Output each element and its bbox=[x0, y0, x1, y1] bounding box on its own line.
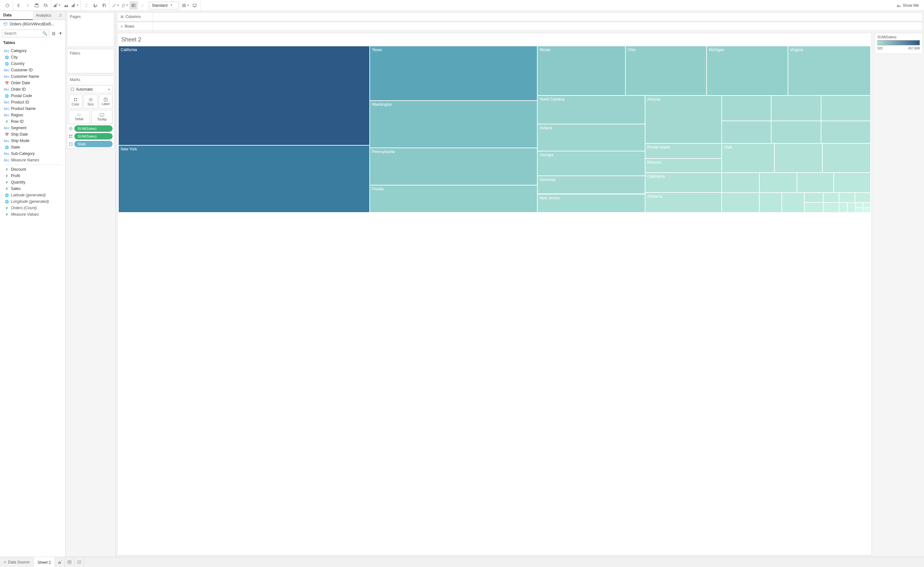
treemap-cell[interactable] bbox=[722, 121, 771, 143]
treemap-cell[interactable] bbox=[771, 96, 821, 120]
pages-shelf[interactable]: Pages bbox=[67, 12, 114, 47]
treemap-cell[interactable] bbox=[823, 202, 839, 213]
field-customer-name[interactable]: AbcCustomer Name bbox=[0, 73, 65, 80]
forward-icon[interactable] bbox=[24, 1, 32, 10]
treemap-chart[interactable]: CaliforniaNew YorkTexasWashingtonPennsyl… bbox=[118, 46, 871, 213]
treemap-cell-virginia[interactable]: Virginia bbox=[788, 46, 871, 96]
tableau-logo-icon[interactable] bbox=[3, 1, 12, 10]
treemap-cell[interactable] bbox=[804, 192, 823, 202]
tab-datasource[interactable]: ⌗ Data Source bbox=[0, 557, 34, 567]
save-icon[interactable] bbox=[33, 1, 41, 10]
mark-tooltip-button[interactable]: Tooltip bbox=[91, 110, 113, 124]
field-ship-mode[interactable]: AbcShip Mode bbox=[0, 138, 65, 144]
treemap-cell-kentucky[interactable]: Kentucky bbox=[537, 176, 645, 194]
field-sub-category[interactable]: AbcSub-Category bbox=[0, 150, 65, 157]
field-order-id[interactable]: AbcOrder ID bbox=[0, 86, 65, 93]
cards-icon[interactable]: ▼ bbox=[181, 1, 190, 10]
duplicate-sheet-icon[interactable] bbox=[62, 1, 70, 10]
mark-color-button[interactable]: Color bbox=[69, 94, 82, 109]
treemap-cell[interactable] bbox=[823, 192, 839, 202]
tab-sheet-2[interactable]: Sheet 2 bbox=[34, 557, 55, 567]
treemap-cell-arizona[interactable]: Arizona bbox=[645, 96, 722, 143]
field-state[interactable]: 🌐State bbox=[0, 144, 65, 150]
treemap-cell-pennsylvania[interactable]: Pennsylvania bbox=[370, 148, 537, 185]
field-orders-count-[interactable]: #Orders (Count) bbox=[0, 205, 65, 211]
back-icon[interactable] bbox=[15, 1, 23, 10]
treemap-cell[interactable] bbox=[771, 121, 821, 143]
field-category[interactable]: AbcCategory bbox=[0, 48, 65, 54]
attach-icon[interactable]: ▼ bbox=[120, 1, 129, 10]
sheet-canvas[interactable]: Sheet 2 CaliforniaNew YorkTexasWashingto… bbox=[117, 33, 872, 555]
tab-data[interactable]: Data bbox=[0, 11, 33, 20]
treemap-cell[interactable] bbox=[822, 143, 871, 172]
treemap-cell-north-carolina[interactable]: North Carolina bbox=[537, 96, 645, 124]
mark-type-selector[interactable]: Automatic ▼ bbox=[69, 86, 113, 93]
datasource-row[interactable]: Orders (8GnVWvcdEei5... bbox=[0, 20, 65, 28]
treemap-cell[interactable] bbox=[722, 96, 771, 120]
treemap-cell-illinois[interactable]: Illinois bbox=[537, 46, 625, 96]
present-icon[interactable] bbox=[190, 1, 199, 10]
color-legend[interactable]: SUM(Sales) 920 457,688 bbox=[874, 33, 923, 54]
treemap-cell-new-jersey[interactable]: New Jersey bbox=[537, 194, 645, 213]
new-worksheet-icon[interactable]: ▼ bbox=[53, 1, 61, 10]
treemap-cell-indiana[interactable]: Indiana bbox=[537, 124, 645, 151]
treemap-cell[interactable] bbox=[759, 172, 797, 193]
treemap-cell[interactable] bbox=[863, 202, 871, 208]
treemap-cell[interactable] bbox=[804, 202, 823, 213]
treemap-cell[interactable] bbox=[722, 172, 759, 193]
field-quantity[interactable]: #Quantity bbox=[0, 179, 65, 186]
treemap-cell-oklahoma[interactable]: Oklahoma bbox=[645, 172, 722, 193]
field-product-name[interactable]: AbcProduct Name bbox=[0, 105, 65, 112]
treemap-cell[interactable] bbox=[834, 172, 871, 193]
field-row-id[interactable]: #Row ID bbox=[0, 118, 65, 125]
treemap-cell[interactable] bbox=[855, 208, 863, 213]
treemap-cell-washington[interactable]: Washington bbox=[370, 100, 537, 148]
labels-icon[interactable] bbox=[129, 1, 138, 10]
field-city[interactable]: 🌐City bbox=[0, 54, 65, 60]
treemap-cell[interactable] bbox=[847, 202, 856, 213]
field-profit[interactable]: #Profit bbox=[0, 172, 65, 179]
new-dashboard-button[interactable] bbox=[65, 557, 74, 567]
sort-asc-icon[interactable] bbox=[91, 1, 99, 10]
field-ship-date[interactable]: 📅Ship Date bbox=[0, 131, 65, 138]
field-product-id[interactable]: AbcProduct ID bbox=[0, 99, 65, 105]
pill-state[interactable]: TState bbox=[69, 141, 113, 147]
treemap-cell[interactable] bbox=[782, 192, 804, 213]
field-postal-code[interactable]: 🌐Postal Code bbox=[0, 93, 65, 99]
sort-desc-icon[interactable] bbox=[100, 1, 108, 10]
columns-shelf[interactable]: iiiColumns bbox=[117, 12, 923, 21]
treemap-cell-georgia[interactable]: Georgia bbox=[537, 151, 645, 176]
treemap-cell-michigan[interactable]: Michigan bbox=[707, 46, 788, 96]
tab-analytics[interactable]: Analytics ⇵ bbox=[33, 11, 66, 20]
treemap-cell-california[interactable]: California bbox=[118, 46, 370, 145]
field-region[interactable]: AbcRegion bbox=[0, 112, 65, 118]
treemap-cell-florida[interactable]: Florida bbox=[370, 185, 537, 213]
treemap-cell-rhode-island[interactable]: Rhode Island bbox=[645, 143, 722, 159]
field-measure-values[interactable]: #Measure Values bbox=[0, 211, 65, 218]
treemap-cell-missouri[interactable]: Missouri bbox=[645, 159, 722, 172]
fit-selector[interactable]: Standard ▼ bbox=[150, 2, 179, 9]
swap-icon[interactable] bbox=[82, 1, 90, 10]
treemap-cell[interactable] bbox=[863, 208, 871, 213]
treemap-cell[interactable] bbox=[821, 121, 871, 143]
star-icon[interactable]: ☆ bbox=[138, 1, 147, 10]
pill-sum-sales-[interactable]: SUM(Sales) bbox=[69, 125, 113, 132]
treemap-cell[interactable] bbox=[821, 96, 871, 120]
clear-sheet-icon[interactable]: ▼ bbox=[71, 1, 79, 10]
chevron-down-icon[interactable]: ▼ bbox=[57, 30, 63, 36]
treemap-cell[interactable] bbox=[839, 202, 847, 213]
treemap-cell-utah[interactable]: Utah bbox=[722, 143, 774, 172]
view-list-icon[interactable]: ▥ bbox=[51, 30, 56, 36]
field-longitude-generated-[interactable]: 🌐Longitude (generated) bbox=[0, 198, 65, 205]
field-customer-id[interactable]: AbcCustomer ID bbox=[0, 67, 65, 73]
treemap-cell[interactable] bbox=[759, 192, 782, 213]
field-order-date[interactable]: 📅Order Date bbox=[0, 80, 65, 86]
mark-size-button[interactable]: Size bbox=[84, 94, 98, 109]
field-measure-names[interactable]: AbcMeasure Names bbox=[0, 157, 65, 163]
treemap-cell-texas[interactable]: Texas bbox=[370, 46, 537, 100]
treemap-cell[interactable] bbox=[774, 143, 823, 172]
sheet-title[interactable]: Sheet 2 bbox=[117, 33, 871, 46]
field-sales[interactable]: #Sales bbox=[0, 186, 65, 192]
treemap-cell[interactable] bbox=[855, 202, 863, 208]
treemap-cell-new-york[interactable]: New York bbox=[118, 145, 370, 213]
